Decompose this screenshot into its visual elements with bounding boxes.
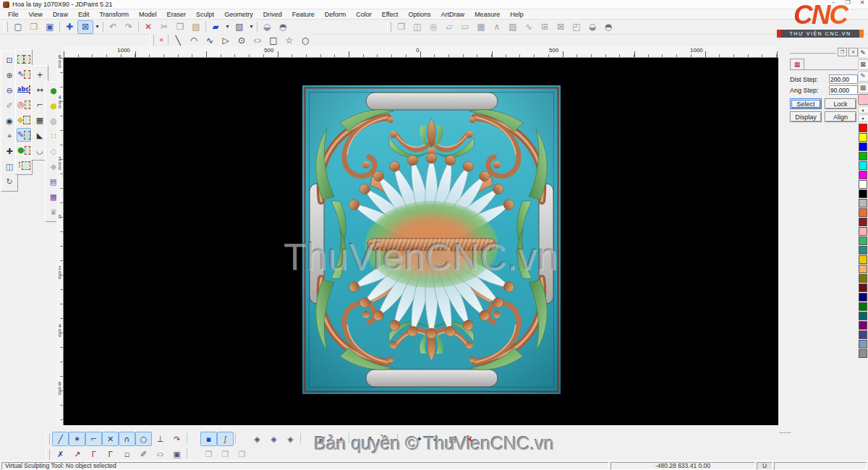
color-swatch[interactable] <box>859 152 867 161</box>
current-color-swatch[interactable] <box>858 94 868 105</box>
view-dropdown-icon[interactable]: ▾ <box>247 20 255 34</box>
menu-item[interactable]: Effect <box>377 9 404 20</box>
pan-view-icon[interactable]: ✐ <box>2 99 17 113</box>
color-swatch[interactable] <box>859 340 867 349</box>
copy-b-icon[interactable]: ❐ <box>217 447 234 461</box>
menu-item[interactable]: Drived <box>258 9 287 20</box>
menu-item[interactable]: File <box>3 9 24 20</box>
zoom-ratio-icon[interactable]: ◫ <box>2 160 17 174</box>
color-swatch[interactable] <box>859 208 867 217</box>
shade-full-icon[interactable]: ◓ <box>275 20 291 34</box>
sculpt-corner-icon[interactable]: ⌐ <box>85 432 102 446</box>
move-tool-icon[interactable]: ✚ <box>61 20 77 34</box>
color-swatch[interactable] <box>859 124 867 132</box>
circle-center-icon[interactable]: ⊙ <box>234 33 250 47</box>
vertex-arrow-icon[interactable]: ↗ <box>69 447 85 461</box>
grid-array-icon[interactable]: ▦ <box>473 20 489 34</box>
color-swatch[interactable] <box>859 283 867 292</box>
menu-item[interactable]: View <box>24 9 48 20</box>
sculpt-cross-icon[interactable]: ✕ <box>102 432 119 446</box>
ellipse-small-icon[interactable]: ○ <box>152 447 169 461</box>
color-swatch[interactable] <box>859 171 867 179</box>
restore-button[interactable]: ❐ <box>843 0 852 6</box>
close-toolbar-icon[interactable]: ✕ <box>156 33 166 47</box>
color-swatch[interactable] <box>859 321 867 330</box>
copy-c-icon[interactable]: ❐ <box>234 447 250 461</box>
plus-icon[interactable]: + <box>33 68 47 82</box>
lock-button[interactable]: Lock <box>825 98 856 109</box>
color-swatch[interactable] <box>859 227 867 236</box>
menu-item[interactable]: Deform <box>320 9 352 20</box>
color-swatch[interactable] <box>859 142 867 151</box>
menu-item[interactable]: Sculpt <box>191 9 219 20</box>
select-button[interactable]: Select <box>790 98 822 109</box>
menu-item[interactable]: Transform <box>94 9 134 20</box>
curve-icon[interactable]: ∿ <box>202 33 218 47</box>
sculpt-line-icon[interactable]: ╱ <box>52 432 69 446</box>
pencil-icon[interactable]: ✎ <box>858 48 868 59</box>
dot-mode-icon[interactable]: ▪ <box>200 432 217 446</box>
delete-icon[interactable]: ✕ <box>140 20 156 34</box>
diamond-edit-2-icon[interactable]: ◈ <box>265 432 282 446</box>
dist-step-input[interactable] <box>829 74 858 84</box>
panel-close-button[interactable]: ✕ <box>848 48 858 56</box>
menu-item[interactable]: ArtDraw <box>436 9 470 20</box>
corner-red-icon[interactable]: Γ <box>85 447 102 461</box>
menu-item[interactable]: Measure <box>469 9 505 20</box>
surface-icon[interactable]: ▰ <box>208 20 224 34</box>
wave-icon[interactable]: ∿ <box>521 20 537 34</box>
sculpt-arc-icon[interactable]: ↷ <box>169 432 185 446</box>
menu-item[interactable]: Edit <box>73 9 95 20</box>
scroll-up-icon[interactable]: ▴ <box>858 106 868 114</box>
flatten-icon[interactable]: ▭ <box>457 20 473 34</box>
ang-step-input[interactable] <box>829 85 858 95</box>
align-copy-icon[interactable]: ❐ <box>393 20 409 34</box>
sculpt-perp-icon[interactable]: ⊥ <box>152 432 169 446</box>
color-swatch[interactable] <box>859 293 867 302</box>
circle-array-icon[interactable]: ◎ <box>425 20 441 34</box>
curve-mode-icon[interactable]: ∫ <box>217 432 234 446</box>
menu-item[interactable]: Color <box>351 9 377 20</box>
close-button[interactable]: ✕ <box>858 0 867 6</box>
zoom-out-icon[interactable]: ⊖ <box>2 84 17 98</box>
rect-node-icon[interactable]: ▫ <box>119 447 135 461</box>
cut-icon[interactable]: ✂ <box>156 20 172 34</box>
menu-item[interactable]: Help <box>505 9 529 20</box>
zoom-in-icon[interactable]: ⊕ <box>2 69 17 82</box>
marquee-icon[interactable]: ⊠ <box>858 59 868 70</box>
color-swatch[interactable] <box>859 312 867 320</box>
color-swatch[interactable] <box>859 246 867 255</box>
menu-item[interactable]: Options <box>404 9 436 20</box>
sculpt-circle-icon[interactable]: ○ <box>135 432 152 446</box>
corner-2-icon[interactable]: Γ <box>102 447 119 461</box>
display-button[interactable]: Display <box>790 111 822 122</box>
open-icon[interactable]: ❒ <box>26 20 42 34</box>
shade-half-icon[interactable]: ◒ <box>259 20 275 34</box>
color-swatch[interactable] <box>859 161 867 170</box>
combine-icon[interactable]: ⊞ <box>537 20 553 34</box>
color-swatch[interactable] <box>859 265 867 273</box>
star-icon[interactable]: ☆ <box>281 33 297 47</box>
panel-drag-handle[interactable] <box>790 53 836 55</box>
menu-item[interactable]: Draw <box>48 9 73 20</box>
color-swatch[interactable] <box>859 180 867 189</box>
locate-view-icon[interactable]: ⌖ <box>2 129 17 143</box>
refresh-view-icon[interactable]: ↻ <box>2 175 17 189</box>
copy-a-icon[interactable]: ❐ <box>200 447 217 461</box>
shade-b-icon[interactable]: ◓ <box>600 20 616 34</box>
select-dropdown-icon[interactable]: ▾ <box>93 20 101 34</box>
skew-icon[interactable]: ▱ <box>441 20 457 34</box>
anchor-icon[interactable]: ✗ <box>52 447 69 461</box>
align-button[interactable]: Align <box>825 111 856 122</box>
relief-ball-icon[interactable]: ● <box>17 143 31 157</box>
panel-tab[interactable]: ▦ <box>790 59 804 69</box>
design-canvas[interactable]: ThuVienCNC.vn <box>64 58 778 425</box>
node-edit-icon[interactable]: ⇖ <box>17 67 31 81</box>
peak-icon[interactable]: ∧ <box>489 20 505 34</box>
fill-tool-icon[interactable]: ◆ <box>17 113 31 127</box>
menu-item[interactable]: Eraser <box>162 9 192 20</box>
color-swatch[interactable] <box>859 218 867 226</box>
separator[interactable] <box>185 432 200 445</box>
rectangle-icon[interactable]: □ <box>265 33 281 47</box>
color-swatch[interactable] <box>859 349 867 358</box>
